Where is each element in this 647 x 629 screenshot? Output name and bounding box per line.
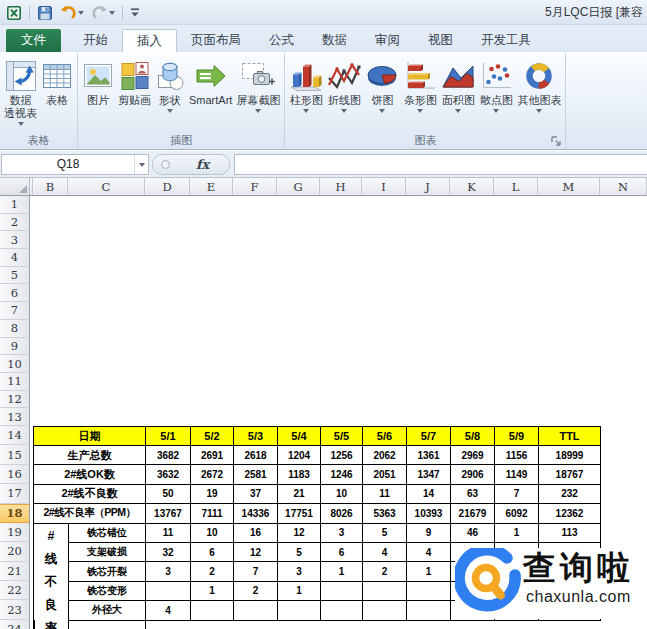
ribbon-button-area-chart[interactable]: 面积图 — [439, 55, 477, 131]
table-cell[interactable] — [363, 581, 407, 600]
row-header-5[interactable]: 5 — [0, 267, 30, 285]
column-header-G[interactable]: G — [277, 178, 320, 195]
table-cell[interactable]: 37 — [234, 484, 278, 503]
table-cell[interactable]: 1 — [495, 523, 539, 542]
ribbon-button-screenshot[interactable]: 屏幕截图 — [234, 55, 282, 131]
table-cell[interactable]: 113 — [539, 523, 601, 542]
table-cell[interactable]: 21 — [278, 484, 321, 503]
chart-dialog-launcher[interactable] — [549, 134, 562, 147]
column-header-F[interactable]: F — [233, 178, 277, 195]
undo-button[interactable] — [58, 4, 86, 21]
row-header-7[interactable]: 7 — [0, 302, 30, 320]
tab-data[interactable]: 数据 — [308, 29, 361, 52]
defect-category-cell[interactable]: 铁芯开裂 — [69, 562, 146, 581]
ribbon-button-scatter-chart[interactable]: 散点图 — [477, 55, 515, 131]
table-cell[interactable]: 2062 — [363, 446, 407, 465]
ribbon-button-shapes[interactable]: 形状 — [153, 55, 187, 131]
table-cell[interactable]: 2 — [234, 581, 278, 600]
defect-category-cell[interactable]: 外径大 — [69, 601, 146, 620]
table-cell[interactable]: 6092 — [495, 504, 539, 523]
table-header-cell[interactable]: 5/3 — [234, 427, 278, 446]
row-header-8[interactable]: 8 — [0, 320, 30, 338]
table-cell[interactable]: 1156 — [495, 446, 539, 465]
name-box[interactable]: Q18 — [1, 154, 149, 175]
table-cell[interactable] — [407, 581, 451, 600]
redo-button[interactable] — [89, 4, 117, 21]
table-cell[interactable]: 11 — [146, 523, 191, 542]
table-cell[interactable]: 3682 — [146, 446, 191, 465]
table-cell[interactable]: 6 — [321, 542, 363, 561]
defect-group-vertical-label[interactable]: #线不良率 — [34, 523, 69, 620]
tab-developer[interactable]: 开发工具 — [467, 29, 545, 52]
table-cell[interactable]: 1 — [407, 562, 451, 581]
column-header-J[interactable]: J — [406, 178, 450, 195]
table-cell[interactable]: 1 — [191, 581, 234, 600]
table-cell[interactable] — [321, 601, 363, 620]
table-header-cell[interactable]: 5/6 — [363, 427, 407, 446]
table-cell[interactable]: 1 — [321, 562, 363, 581]
table-row-label[interactable]: 2#线不良率（PPM） — [34, 504, 146, 523]
table-cell[interactable]: 2581 — [234, 465, 278, 484]
save-button[interactable] — [35, 4, 55, 22]
name-box-dropdown[interactable] — [134, 155, 148, 174]
defect-category-cell[interactable]: 铁芯变形 — [69, 581, 146, 600]
table-cell[interactable] — [407, 601, 451, 620]
table-cell[interactable]: 7111 — [191, 504, 234, 523]
column-header-D[interactable]: D — [145, 178, 190, 195]
tab-file[interactable]: 文件 — [6, 29, 61, 52]
row-header-21[interactable]: 21 — [0, 562, 30, 581]
ribbon-button-smartart[interactable]: SmartArt — [187, 55, 234, 131]
table-cell[interactable]: 10393 — [407, 504, 451, 523]
table-cell[interactable]: 2672 — [191, 465, 234, 484]
table-cell[interactable]: 11 — [363, 484, 407, 503]
table-cell[interactable]: 2 — [363, 562, 407, 581]
tab-review[interactable]: 审阅 — [361, 29, 414, 52]
column-header-C[interactable]: C — [68, 178, 145, 195]
table-cell[interactable]: 8026 — [321, 504, 363, 523]
tab-insert[interactable]: 插入 — [122, 29, 177, 52]
table-cell[interactable]: 18999 — [539, 446, 601, 465]
column-header-H[interactable]: H — [320, 178, 362, 195]
table-cell[interactable]: 18767 — [539, 465, 601, 484]
table-cell[interactable]: 2618 — [234, 446, 278, 465]
row-header-14[interactable]: 14 — [0, 426, 30, 445]
table-cell[interactable]: 10 — [191, 523, 234, 542]
table-cell[interactable]: 13767 — [146, 504, 191, 523]
formula-input[interactable] — [234, 154, 647, 175]
table-cell[interactable]: 14 — [407, 484, 451, 503]
table-cell[interactable]: 4 — [407, 542, 451, 561]
table-header-cell[interactable]: 5/9 — [495, 427, 539, 446]
row-header-13[interactable]: 13 — [0, 408, 30, 426]
row-header-20[interactable]: 20 — [0, 542, 30, 561]
table-cell[interactable]: 232 — [539, 484, 601, 503]
table-cell[interactable]: 2906 — [451, 465, 495, 484]
table-header-cell[interactable]: 5/7 — [407, 427, 451, 446]
row-header-18[interactable]: 18 — [0, 504, 30, 523]
row-header-4[interactable]: 4 — [0, 249, 30, 267]
table-cell[interactable]: 4 — [146, 601, 191, 620]
table-row-label[interactable]: 2#线OK数 — [34, 465, 146, 484]
ribbon-button-pie-chart[interactable]: 饼图 — [363, 55, 401, 131]
table-header-cell[interactable]: 5/8 — [451, 427, 495, 446]
table-cell[interactable]: 3632 — [146, 465, 191, 484]
tab-page-layout[interactable]: 页面布局 — [177, 29, 255, 52]
row-header-3[interactable]: 3 — [0, 231, 30, 249]
row-header-23[interactable]: 23 — [0, 600, 30, 619]
ribbon-button-table[interactable]: 表格 — [39, 55, 75, 131]
ribbon-button-clipart[interactable]: 剪贴画 — [116, 55, 153, 131]
table-cell[interactable]: 2051 — [363, 465, 407, 484]
row-header-24[interactable]: 24 — [0, 620, 30, 629]
table-cell[interactable]: 46 — [451, 523, 495, 542]
row-header-6[interactable]: 6 — [0, 284, 30, 302]
table-cell[interactable]: 1347 — [407, 465, 451, 484]
table-cell[interactable]: 1204 — [278, 446, 321, 465]
table-cell[interactable]: 1 — [278, 581, 321, 600]
ribbon-button-line-chart[interactable]: 折线图 — [325, 55, 363, 131]
table-cell[interactable]: 3 — [146, 562, 191, 581]
table-row-label[interactable]: 生产总数 — [34, 446, 146, 465]
tab-home[interactable]: 开始 — [69, 29, 122, 52]
table-cell[interactable] — [363, 601, 407, 620]
row-header-11[interactable]: 11 — [0, 373, 30, 391]
table-cell[interactable]: 1246 — [321, 465, 363, 484]
table-cell[interactable] — [191, 601, 234, 620]
